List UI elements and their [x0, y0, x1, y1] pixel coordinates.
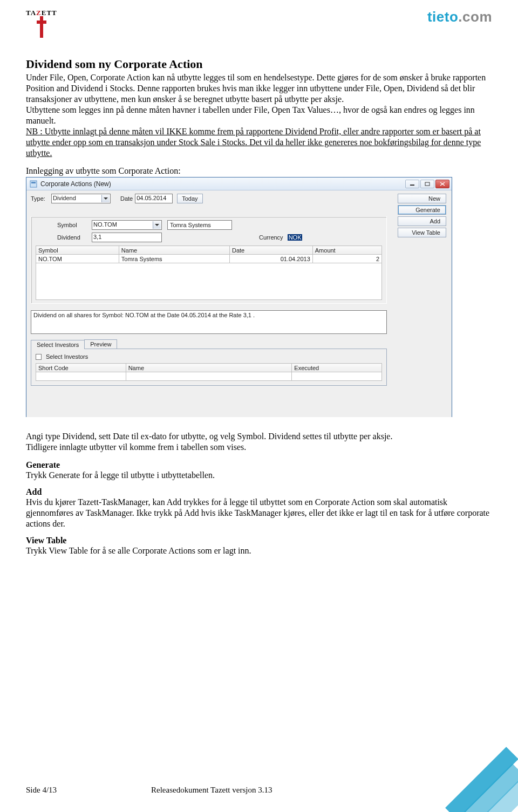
intro-paragraph-1: Under File, Open, Corporate Action kan n… [26, 72, 492, 105]
generate-body: Trykk Generate for å legge til utbytte i… [26, 470, 492, 481]
new-button[interactable]: New [398, 194, 446, 203]
tieto-suffix: .com [458, 9, 492, 25]
tab-panel-select-investors: Select Investors Short Code Name Execute… [31, 349, 387, 386]
corner-decoration-icon [426, 720, 518, 812]
tieto-logo: tieto.com [427, 9, 492, 25]
after-text-1: Angi type Dividend, sett Date til ex-dat… [26, 431, 492, 442]
close-icon [440, 182, 445, 186]
add-body: Hvis du kjører Tazett-TaskManager, kan A… [26, 497, 492, 529]
view-head: View Table [26, 536, 492, 545]
col-shortcode[interactable]: Short Code [36, 364, 126, 372]
after-text-2: Tidligere innlagte utbytter vil komme fr… [26, 442, 492, 453]
table-row[interactable] [36, 372, 382, 381]
tazett-suffix: ETT [42, 9, 57, 17]
col-name[interactable]: Name [119, 246, 229, 255]
select-investors-checkbox[interactable] [36, 354, 42, 360]
footer-page: Side 4/13 [26, 786, 151, 795]
add-button[interactable]: Add [398, 216, 446, 226]
date-input[interactable]: 04.05.2014 [135, 194, 173, 203]
date-label: Date [120, 195, 133, 202]
app-icon [30, 180, 37, 188]
page-title: Dividend som ny Corporate Action [26, 57, 492, 71]
maximize-icon [425, 182, 430, 186]
type-label: Type: [31, 195, 49, 202]
svg-rect-0 [30, 181, 37, 187]
svg-rect-1 [31, 182, 36, 183]
footer-title: Releasedokument Tazett versjon 3.13 [151, 786, 272, 795]
tazett-prefix: TA [26, 9, 36, 17]
page-footer: Side 4/13 Releasedokument Tazett versjon… [26, 786, 492, 795]
generate-button[interactable]: Generate [398, 205, 446, 215]
message-box: Dividend on all shares for Symbol: NO.TO… [31, 310, 387, 334]
dividend-input[interactable]: 3,1 [92, 233, 162, 242]
corporate-actions-dialog: Corporate Actions (New) New Generate Add… [26, 177, 452, 417]
message-text: Dividend on all shares for Symbol: NO.TO… [33, 312, 255, 318]
view-body: Trykk View Table for å se alle Corporate… [26, 545, 492, 556]
tazett-logo: TAZETT [26, 9, 57, 38]
screenshot-caption: Innlegging av utbytte som Corporate Acti… [26, 166, 492, 176]
select-investors-checkbox-label: Select Investors [46, 353, 88, 360]
col-inv-name[interactable]: Name [126, 364, 292, 372]
minimize-button[interactable] [405, 180, 419, 188]
tieto-brand: tieto [427, 9, 458, 25]
col-symbol[interactable]: Symbol [36, 246, 119, 255]
symbol-name-display: Tomra Systems [167, 220, 232, 230]
cell-date: 01.04.2013 [229, 255, 312, 263]
view-table-button[interactable]: View Table [398, 228, 446, 237]
symbol-value: NO.TOM [93, 221, 117, 228]
symbol-label: Symbol [57, 222, 90, 228]
page-header: TAZETT tieto.com [26, 9, 492, 53]
nb-paragraph: NB : Utbytte innlagt på denne måten vil … [26, 126, 492, 159]
cross-icon [37, 16, 46, 38]
date-value: 04.05.2014 [137, 195, 166, 201]
cell-symbol: NO.TOM [36, 255, 119, 263]
dividend-value: 3,1 [93, 234, 101, 240]
currency-value: NOK [288, 234, 303, 241]
svg-rect-3 [425, 182, 430, 186]
table-empty-area [36, 263, 382, 300]
maximize-button[interactable] [420, 180, 434, 188]
dividend-table: Symbol Name Date Amount NO.TOM Tomra Sys… [36, 245, 382, 263]
minimize-icon [410, 182, 415, 186]
type-value: Dividend [53, 195, 76, 201]
col-amount[interactable]: Amount [312, 246, 381, 255]
tazett-z: Z [36, 9, 42, 17]
table-row[interactable]: NO.TOM Tomra Systems 01.04.2013 2 [36, 255, 382, 263]
symbol-combo[interactable]: NO.TOM [92, 220, 162, 230]
dialog-titlebar: Corporate Actions (New) [26, 178, 452, 190]
dividend-label: Dividend [57, 234, 90, 241]
col-date[interactable]: Date [229, 246, 312, 255]
investors-table: Short Code Name Executed [36, 363, 382, 381]
close-button[interactable] [435, 180, 449, 188]
dialog-title: Corporate Actions (New) [40, 180, 111, 188]
cell-name: Tomra Systems [119, 255, 229, 263]
generate-head: Generate [26, 460, 492, 470]
currency-label: Currency [259, 234, 283, 241]
type-combo[interactable]: Dividend [51, 194, 111, 203]
tab-select-investors[interactable]: Select Investors [31, 340, 85, 349]
add-head: Add [26, 487, 492, 497]
col-executed[interactable]: Executed [292, 364, 382, 372]
tab-preview[interactable]: Preview [84, 339, 117, 349]
intro-paragraph-2: Utbyttene som legges inn på denne måten … [26, 105, 492, 126]
today-button[interactable]: Today [177, 194, 202, 203]
cell-amount: 2 [312, 255, 381, 263]
symbol-panel: Symbol NO.TOM Tomra Systems Dividend 3,1… [31, 216, 387, 304]
